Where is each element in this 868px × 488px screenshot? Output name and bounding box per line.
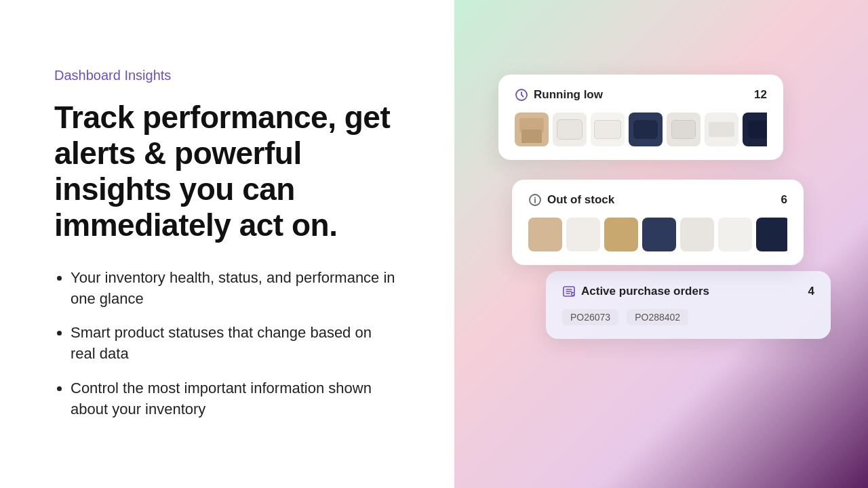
product-thumb-3: [591, 113, 625, 146]
card-header-oos: Out of stock 6: [528, 193, 787, 207]
running-low-title: Running low: [534, 88, 603, 102]
po-numbers-row: PO26073 PO288402: [562, 309, 814, 325]
running-low-card[interactable]: Running low 12: [498, 75, 783, 160]
oos-thumb-6: [718, 218, 752, 251]
oos-thumb-3: [604, 218, 638, 251]
product-thumb-6: [705, 113, 738, 146]
out-of-stock-thumbnails: [528, 218, 787, 251]
main-heading: Track performance, get alerts & powerful…: [54, 100, 400, 243]
purchase-orders-count: 4: [808, 285, 814, 298]
bullet-item-1: Your inventory health, status, and perfo…: [71, 268, 400, 310]
product-thumb-7: [743, 113, 767, 146]
card-title-group-oos: Out of stock: [528, 193, 614, 207]
clock-icon: [515, 88, 528, 102]
card-header-po: Active purchase orders 4: [562, 285, 814, 298]
oos-thumb-4: [642, 218, 676, 251]
product-thumb-4: [629, 113, 663, 146]
out-of-stock-title: Out of stock: [547, 193, 614, 207]
right-panel: Running low 12: [454, 0, 868, 488]
cards-container: Running low 12: [492, 75, 831, 413]
po-badge-1: PO26073: [562, 309, 618, 325]
purchase-orders-card[interactable]: Active purchase orders 4 PO26073 PO28840…: [546, 271, 831, 339]
section-label: Dashboard Insights: [54, 68, 400, 83]
purchase-orders-title: Active purchase orders: [581, 285, 709, 298]
card-header: Running low 12: [515, 88, 767, 102]
oos-thumb-5: [680, 218, 714, 251]
running-low-thumbnails: [515, 113, 767, 146]
bullet-item-3: Control the most important information s…: [71, 378, 400, 420]
card-title-group: Running low: [515, 88, 603, 102]
product-thumb-1: [515, 113, 549, 146]
oos-thumb-1: [528, 218, 562, 251]
left-panel: Dashboard Insights Track performance, ge…: [0, 0, 454, 488]
running-low-count: 12: [754, 88, 767, 102]
svg-point-2: [534, 197, 536, 199]
card-title-group-po: Active purchase orders: [562, 285, 709, 298]
out-of-stock-count: 6: [781, 193, 787, 207]
info-icon: [528, 193, 542, 207]
out-of-stock-card[interactable]: Out of stock 6: [512, 180, 804, 265]
product-thumb-5: [667, 113, 701, 146]
po-badge-2: PO288402: [627, 309, 688, 325]
bullet-list: Your inventory health, status, and perfo…: [54, 268, 400, 420]
oos-thumb-7: [756, 218, 787, 251]
purchase-icon: [562, 285, 576, 298]
bullet-item-2: Smart product statuses that change based…: [71, 323, 400, 365]
product-thumb-2: [553, 113, 587, 146]
oos-thumb-2: [566, 218, 600, 251]
